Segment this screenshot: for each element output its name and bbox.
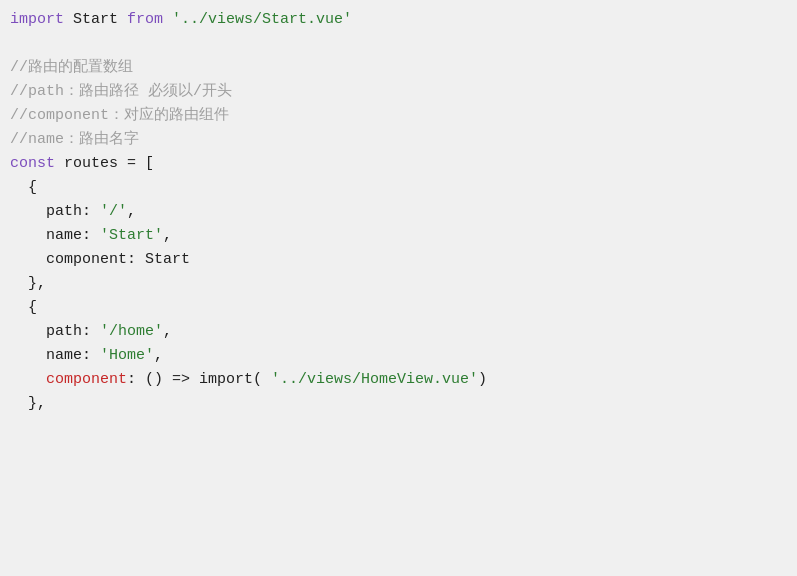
code-token: name — [10, 227, 82, 244]
code-token: , — [154, 347, 163, 364]
code-token: ) — [478, 371, 487, 388]
code-token: : — [82, 203, 100, 220]
code-line: { — [10, 296, 787, 320]
code-block: import Start from '../views/Start.vue'//… — [10, 8, 787, 416]
code-line: name: 'Home', — [10, 344, 787, 368]
code-line: component: Start — [10, 248, 787, 272]
code-editor: import Start from '../views/Start.vue'//… — [0, 0, 797, 576]
code-token: }, — [10, 275, 46, 292]
code-line: //路由的配置数组 — [10, 56, 787, 80]
code-token: Start — [73, 11, 118, 28]
code-token: '../views/HomeView.vue' — [271, 371, 478, 388]
code-token: //name：路由名字 — [10, 131, 139, 148]
code-line: }, — [10, 272, 787, 296]
code-line: path: '/home', — [10, 320, 787, 344]
code-token: : — [82, 323, 100, 340]
code-token: : — [82, 347, 100, 364]
code-line: //path：路由路径 必须以/开头 — [10, 80, 787, 104]
code-token: routes — [64, 155, 118, 172]
code-token: const — [10, 155, 64, 172]
empty-line — [10, 32, 787, 56]
code-token: '../views/Start.vue' — [172, 11, 352, 28]
code-token: 'Home' — [100, 347, 154, 364]
code-token: = [ — [118, 155, 154, 172]
code-token: 'Start' — [100, 227, 163, 244]
code-token: component — [10, 371, 127, 388]
code-token: component — [10, 251, 127, 268]
code-line: import Start from '../views/Start.vue' — [10, 8, 787, 32]
code-line: }, — [10, 392, 787, 416]
code-token: '/' — [100, 203, 127, 220]
code-token: { — [10, 299, 37, 316]
code-token: , — [163, 323, 172, 340]
code-token: : — [127, 251, 145, 268]
code-line: const routes = [ — [10, 152, 787, 176]
code-line: { — [10, 176, 787, 200]
code-token: }, — [10, 395, 46, 412]
code-token: : () => import( — [127, 371, 271, 388]
code-token: Start — [145, 251, 190, 268]
code-token: //path：路由路径 必须以/开头 — [10, 83, 232, 100]
code-token: //component：对应的路由组件 — [10, 107, 229, 124]
code-line: name: 'Start', — [10, 224, 787, 248]
code-token: import — [10, 11, 73, 28]
code-line: //component：对应的路由组件 — [10, 104, 787, 128]
code-line: //name：路由名字 — [10, 128, 787, 152]
code-line: path: '/', — [10, 200, 787, 224]
code-token: '/home' — [100, 323, 163, 340]
code-token: { — [10, 179, 37, 196]
code-token: , — [163, 227, 172, 244]
code-token: , — [127, 203, 136, 220]
code-token: : — [82, 227, 100, 244]
code-token: //路由的配置数组 — [10, 59, 133, 76]
code-token: path — [10, 203, 82, 220]
code-token: name — [10, 347, 82, 364]
code-token: path — [10, 323, 82, 340]
code-token: from — [118, 11, 172, 28]
code-line: component: () => import( '../views/HomeV… — [10, 368, 787, 392]
